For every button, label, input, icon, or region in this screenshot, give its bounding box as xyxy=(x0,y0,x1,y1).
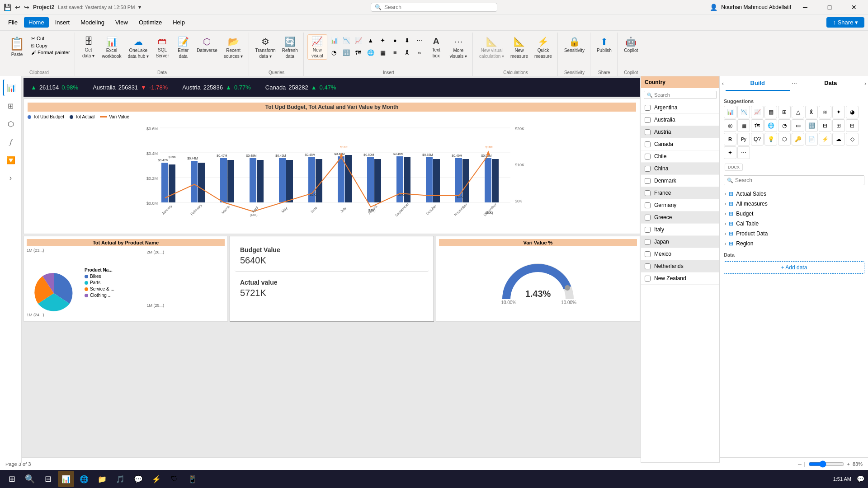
taskbar-edge-app[interactable]: 🌐 xyxy=(76,471,92,487)
sug-qna[interactable]: Q? xyxy=(751,133,764,145)
taskbar-files-app[interactable]: 📁 xyxy=(94,471,110,487)
filter-item-argentina[interactable]: Argentina xyxy=(641,102,719,114)
sug-gauge[interactable]: ◔ xyxy=(778,119,791,132)
taskbar-spotify-app[interactable]: 🎵 xyxy=(112,471,128,487)
sug-clustered[interactable]: ⊞ xyxy=(778,106,791,118)
checkbox-japan[interactable] xyxy=(645,239,651,245)
model-view-btn[interactable]: ⬡ xyxy=(3,116,19,132)
maximize-button[interactable]: □ xyxy=(819,0,840,14)
filter-item-china[interactable]: China xyxy=(641,163,719,175)
filter-item-netherlands[interactable]: Netherlands xyxy=(641,260,719,272)
taskbar-app7[interactable]: 📱 xyxy=(184,471,201,487)
sug-custom1[interactable]: ◇ xyxy=(846,133,859,145)
close-button[interactable]: ✕ xyxy=(844,0,864,14)
publish-button[interactable]: ⬆ Publish xyxy=(594,34,614,55)
filter-item-australia[interactable]: Australia xyxy=(641,114,719,126)
arrow-right-btn[interactable]: › xyxy=(3,170,19,186)
checkbox-germany[interactable] xyxy=(645,202,651,208)
data-search-input[interactable] xyxy=(735,177,861,183)
sug-slicer[interactable]: ⊟ xyxy=(819,119,831,132)
sug-kpi[interactable]: 🔢 xyxy=(805,119,818,132)
copilot-button[interactable]: 🤖 Copilot xyxy=(621,34,641,55)
collapse-left-btn[interactable]: ‹ xyxy=(720,79,726,89)
sug-card[interactable]: ▭ xyxy=(792,119,804,132)
get-data-button[interactable]: 🗄 Getdata ▾ xyxy=(79,34,99,60)
sug-azure[interactable]: ☁ xyxy=(832,133,845,145)
share-button[interactable]: ↑ Share ▾ xyxy=(826,17,864,28)
save-icon[interactable]: 💾 xyxy=(4,4,11,11)
ribbon-chart-icon[interactable]: 🎗 xyxy=(401,47,413,58)
paste-button[interactable]: 📋 Paste xyxy=(6,34,28,59)
taskbar-powerbi-app[interactable]: 📊 xyxy=(58,471,74,487)
quick-measure-button[interactable]: ⚡ Quickmeasure xyxy=(532,34,555,61)
menu-insert[interactable]: Insert xyxy=(51,17,75,28)
table-view-btn[interactable]: ⊞ xyxy=(3,98,19,114)
filter-item-italy[interactable]: Italy xyxy=(641,224,719,236)
filter-item-germany[interactable]: Germany xyxy=(641,199,719,211)
more-visuals-button[interactable]: ⋯ Morevisuals ▾ xyxy=(447,34,470,61)
taskbar-app4[interactable]: 💬 xyxy=(130,471,146,487)
search-taskbar-btn[interactable]: 🔍 xyxy=(22,471,38,487)
waterfall-icon[interactable]: ≡ xyxy=(389,47,401,58)
gauge-icon[interactable]: ◔ xyxy=(328,47,340,58)
sug-donut[interactable]: ◎ xyxy=(724,119,736,132)
redo-icon[interactable]: ↪ xyxy=(24,4,29,11)
title-dropdown[interactable]: ▾ xyxy=(138,4,141,10)
treemap-icon[interactable]: ▦ xyxy=(377,47,389,58)
sug-r[interactable]: R xyxy=(724,133,736,145)
undo-icon[interactable]: ↩ xyxy=(15,4,20,11)
globe-icon[interactable]: 🌐 xyxy=(365,47,377,58)
data-item-budget[interactable]: › ⊞ Budget xyxy=(724,209,864,219)
sug-scatter[interactable]: ✦ xyxy=(832,106,845,118)
new-visual-calc-button[interactable]: 📐 New visualcalculation ▾ xyxy=(476,34,507,61)
data-item-actual-sales[interactable]: › ⊞ Actual Sales xyxy=(724,189,864,199)
copy-button[interactable]: ⎘ Copy xyxy=(29,42,72,49)
sug-waterfall[interactable]: ≋ xyxy=(819,106,831,118)
notification-btn[interactable]: 💬 xyxy=(857,475,864,483)
checkbox-denmark[interactable] xyxy=(645,178,651,184)
checkbox-mexico[interactable] xyxy=(645,251,651,257)
excel-workbook-button[interactable]: 📊 Excelworkbook xyxy=(99,34,124,61)
filter-item-denmark[interactable]: Denmark xyxy=(641,175,719,187)
global-search-box[interactable]: 🔍 xyxy=(371,3,497,12)
sug-custom2[interactable]: ✦ xyxy=(724,146,736,159)
filter-item-mexico[interactable]: Mexico xyxy=(641,248,719,260)
data-item-cal-table[interactable]: › ⊞ Cal Table xyxy=(724,219,864,229)
taskbar-app6[interactable]: 🛡 xyxy=(166,471,183,487)
sug-pie[interactable]: ◕ xyxy=(846,106,859,118)
menu-file[interactable]: File xyxy=(4,17,22,28)
menu-optimize[interactable]: Optimize xyxy=(134,17,166,28)
global-search-input[interactable] xyxy=(384,4,475,10)
new-measure-button[interactable]: 📐 Newmeasure xyxy=(508,34,531,61)
filter-item-greece[interactable]: Greece xyxy=(641,211,719,224)
scatter-icon[interactable]: ✦ xyxy=(377,34,389,46)
filter-search-input[interactable] xyxy=(654,92,713,98)
checkbox-australia[interactable] xyxy=(645,117,651,123)
sug-column[interactable]: 📉 xyxy=(737,106,750,118)
zoom-slider[interactable] xyxy=(808,460,844,468)
sug-globe[interactable]: 🌐 xyxy=(764,119,777,132)
data-item-product-data[interactable]: › ⊞ Product Data xyxy=(724,229,864,239)
sug-area[interactable]: △ xyxy=(792,106,804,118)
sug-table[interactable]: ⊟ xyxy=(846,119,859,132)
filter-item-new-zealand[interactable]: New Zealand xyxy=(641,272,719,285)
pie-icon[interactable]: ● xyxy=(389,34,401,46)
onelake-button[interactable]: ☁ OneLakedata hub ▾ xyxy=(125,34,151,61)
funnel-icon[interactable]: ⬇ xyxy=(401,34,413,46)
filter-item-canada[interactable]: Canada xyxy=(641,138,719,150)
data-item-region[interactable]: › ⊞ Region xyxy=(724,239,864,249)
sug-stacked[interactable]: ▤ xyxy=(764,106,777,118)
bar-chart-icon[interactable]: 📊 xyxy=(328,34,340,46)
kpi-icon[interactable]: 🔢 xyxy=(340,47,352,58)
sug-matrix[interactable]: ⊞ xyxy=(832,119,845,132)
checkbox-italy[interactable] xyxy=(645,227,651,233)
sug-decomp[interactable]: ⬡ xyxy=(778,133,791,145)
checkbox-greece[interactable] xyxy=(645,215,651,221)
windows-start-btn[interactable]: ⊞ xyxy=(4,471,20,487)
new-visual-button[interactable]: 📈 Newvisual xyxy=(307,34,327,60)
sug-map[interactable]: 🗺 xyxy=(751,119,764,132)
checkbox-netherlands[interactable] xyxy=(645,263,651,269)
sug-python[interactable]: Py xyxy=(737,133,750,145)
taskbar-app5[interactable]: ⚡ xyxy=(148,471,165,487)
area-chart-icon[interactable]: ▲ xyxy=(365,34,377,46)
